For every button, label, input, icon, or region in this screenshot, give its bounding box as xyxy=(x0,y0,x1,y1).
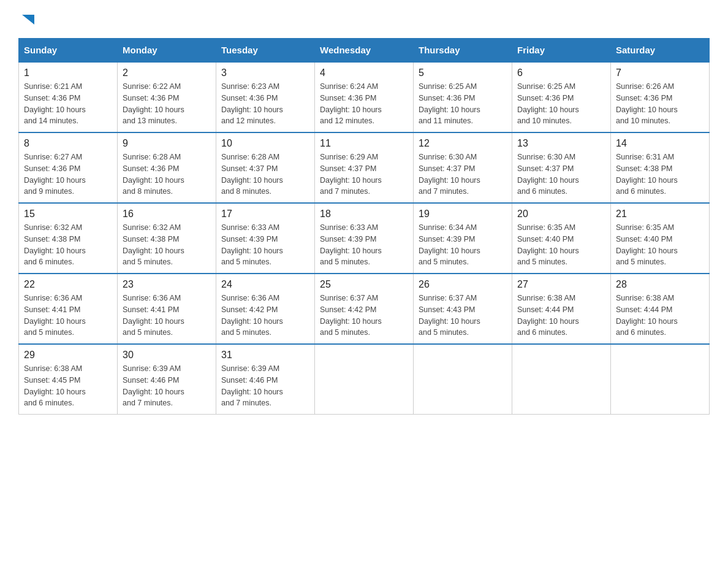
daylight-label: Daylight: 10 hours xyxy=(616,317,678,326)
daylight-minutes: and 5 minutes. xyxy=(517,258,567,266)
day-number: 21 xyxy=(616,209,704,220)
daylight-minutes: and 6 minutes. xyxy=(517,187,567,196)
day-info: Sunrise: 6:33 AM Sunset: 4:39 PM Dayligh… xyxy=(221,222,309,268)
sunset-label: Sunset: 4:41 PM xyxy=(123,305,179,314)
calendar-day-cell: 11 Sunrise: 6:29 AM Sunset: 4:37 PM Dayl… xyxy=(315,132,414,203)
day-number: 6 xyxy=(517,67,605,79)
sunrise-label: Sunrise: 6:24 AM xyxy=(320,82,378,91)
daylight-label: Daylight: 10 hours xyxy=(517,105,579,114)
day-number: 14 xyxy=(616,138,704,149)
day-number: 20 xyxy=(517,209,605,220)
day-number: 24 xyxy=(221,279,309,290)
day-of-week-header: Tuesday xyxy=(216,39,315,63)
daylight-label: Daylight: 10 hours xyxy=(24,176,86,185)
day-number: 22 xyxy=(24,279,112,290)
sunset-label: Sunset: 4:43 PM xyxy=(419,305,475,314)
sunset-label: Sunset: 4:37 PM xyxy=(419,164,475,173)
calendar-day-cell: 25 Sunrise: 6:37 AM Sunset: 4:42 PM Dayl… xyxy=(315,274,414,344)
day-number: 25 xyxy=(320,279,408,290)
day-info: Sunrise: 6:38 AM Sunset: 4:44 PM Dayligh… xyxy=(616,293,704,339)
calendar-week-row: 29 Sunrise: 6:38 AM Sunset: 4:45 PM Dayl… xyxy=(19,344,710,415)
day-of-week-header: Friday xyxy=(512,39,611,63)
calendar-day-cell: 20 Sunrise: 6:35 AM Sunset: 4:40 PM Dayl… xyxy=(512,203,611,274)
sunset-label: Sunset: 4:37 PM xyxy=(221,164,278,173)
day-info: Sunrise: 6:37 AM Sunset: 4:42 PM Dayligh… xyxy=(320,293,408,339)
sunset-label: Sunset: 4:37 PM xyxy=(517,164,574,173)
sunset-label: Sunset: 4:45 PM xyxy=(24,376,80,385)
sunrise-label: Sunrise: 6:37 AM xyxy=(419,294,477,302)
calendar-day-cell: 29 Sunrise: 6:38 AM Sunset: 4:45 PM Dayl… xyxy=(19,344,118,415)
sunrise-label: Sunrise: 6:38 AM xyxy=(616,294,674,302)
day-info: Sunrise: 6:27 AM Sunset: 4:36 PM Dayligh… xyxy=(24,151,112,197)
sunset-label: Sunset: 4:39 PM xyxy=(221,235,278,243)
calendar-day-cell xyxy=(512,344,611,415)
calendar-day-cell: 12 Sunrise: 6:30 AM Sunset: 4:37 PM Dayl… xyxy=(414,132,512,203)
day-info: Sunrise: 6:33 AM Sunset: 4:39 PM Dayligh… xyxy=(320,222,408,268)
daylight-label: Daylight: 10 hours xyxy=(123,105,184,114)
day-number: 18 xyxy=(320,209,408,220)
sunrise-label: Sunrise: 6:36 AM xyxy=(123,294,181,302)
calendar-day-cell: 7 Sunrise: 6:26 AM Sunset: 4:36 PM Dayli… xyxy=(611,62,710,132)
sunset-label: Sunset: 4:36 PM xyxy=(616,94,672,102)
day-number: 3 xyxy=(221,67,309,79)
sunset-label: Sunset: 4:41 PM xyxy=(24,305,80,314)
page-header xyxy=(18,12,710,26)
calendar-day-cell: 15 Sunrise: 6:32 AM Sunset: 4:38 PM Dayl… xyxy=(19,203,118,274)
day-info: Sunrise: 6:25 AM Sunset: 4:36 PM Dayligh… xyxy=(419,81,507,127)
day-info: Sunrise: 6:36 AM Sunset: 4:41 PM Dayligh… xyxy=(24,293,112,339)
calendar-day-cell: 16 Sunrise: 6:32 AM Sunset: 4:38 PM Dayl… xyxy=(118,203,216,274)
day-number: 10 xyxy=(221,138,309,149)
sunset-label: Sunset: 4:36 PM xyxy=(24,94,80,102)
day-info: Sunrise: 6:39 AM Sunset: 4:46 PM Dayligh… xyxy=(123,363,211,409)
sunrise-label: Sunrise: 6:36 AM xyxy=(221,294,279,302)
daylight-label: Daylight: 10 hours xyxy=(616,176,678,185)
daylight-minutes: and 14 minutes. xyxy=(24,117,78,125)
daylight-label: Daylight: 10 hours xyxy=(123,317,184,326)
calendar-day-cell: 10 Sunrise: 6:28 AM Sunset: 4:37 PM Dayl… xyxy=(216,132,315,203)
daylight-label: Daylight: 10 hours xyxy=(320,247,382,255)
calendar-day-cell: 24 Sunrise: 6:36 AM Sunset: 4:42 PM Dayl… xyxy=(216,274,315,344)
sunrise-label: Sunrise: 6:28 AM xyxy=(123,153,181,161)
sunrise-label: Sunrise: 6:35 AM xyxy=(517,223,575,232)
day-number: 27 xyxy=(517,279,605,290)
daylight-label: Daylight: 10 hours xyxy=(123,176,184,185)
daylight-minutes: and 6 minutes. xyxy=(616,187,666,196)
day-number: 4 xyxy=(320,67,408,79)
logo-triangle-icon xyxy=(20,11,37,28)
sunset-label: Sunset: 4:44 PM xyxy=(517,305,574,314)
daylight-label: Daylight: 10 hours xyxy=(320,317,382,326)
daylight-label: Daylight: 10 hours xyxy=(616,105,678,114)
day-info: Sunrise: 6:36 AM Sunset: 4:42 PM Dayligh… xyxy=(221,293,309,339)
daylight-minutes: and 7 minutes. xyxy=(320,187,370,196)
daylight-label: Daylight: 10 hours xyxy=(24,247,86,255)
sunset-label: Sunset: 4:38 PM xyxy=(616,164,672,173)
day-info: Sunrise: 6:30 AM Sunset: 4:37 PM Dayligh… xyxy=(419,151,507,197)
logo xyxy=(18,12,37,26)
sunset-label: Sunset: 4:36 PM xyxy=(24,164,80,173)
daylight-minutes: and 8 minutes. xyxy=(123,187,173,196)
day-of-week-header: Sunday xyxy=(19,39,118,63)
calendar-day-cell: 5 Sunrise: 6:25 AM Sunset: 4:36 PM Dayli… xyxy=(414,62,512,132)
sunset-label: Sunset: 4:36 PM xyxy=(419,94,475,102)
calendar-day-cell: 6 Sunrise: 6:25 AM Sunset: 4:36 PM Dayli… xyxy=(512,62,611,132)
day-info: Sunrise: 6:38 AM Sunset: 4:44 PM Dayligh… xyxy=(517,293,605,339)
day-number: 9 xyxy=(123,138,211,149)
day-number: 23 xyxy=(123,279,211,290)
daylight-minutes: and 5 minutes. xyxy=(123,258,173,266)
day-info: Sunrise: 6:21 AM Sunset: 4:36 PM Dayligh… xyxy=(24,81,112,127)
calendar-header-row: SundayMondayTuesdayWednesdayThursdayFrid… xyxy=(19,39,710,63)
daylight-label: Daylight: 10 hours xyxy=(517,247,579,255)
day-of-week-header: Wednesday xyxy=(315,39,414,63)
daylight-minutes: and 5 minutes. xyxy=(419,328,469,337)
day-info: Sunrise: 6:36 AM Sunset: 4:41 PM Dayligh… xyxy=(123,293,211,339)
daylight-minutes: and 5 minutes. xyxy=(320,328,370,337)
sunrise-label: Sunrise: 6:29 AM xyxy=(320,153,378,161)
daylight-minutes: and 12 minutes. xyxy=(320,117,374,125)
day-info: Sunrise: 6:28 AM Sunset: 4:36 PM Dayligh… xyxy=(123,151,211,197)
calendar-day-cell: 30 Sunrise: 6:39 AM Sunset: 4:46 PM Dayl… xyxy=(118,344,216,415)
daylight-label: Daylight: 10 hours xyxy=(221,247,283,255)
sunrise-label: Sunrise: 6:37 AM xyxy=(320,294,378,302)
sunrise-label: Sunrise: 6:39 AM xyxy=(123,364,181,373)
daylight-minutes: and 7 minutes. xyxy=(123,399,173,407)
sunset-label: Sunset: 4:36 PM xyxy=(517,94,574,102)
